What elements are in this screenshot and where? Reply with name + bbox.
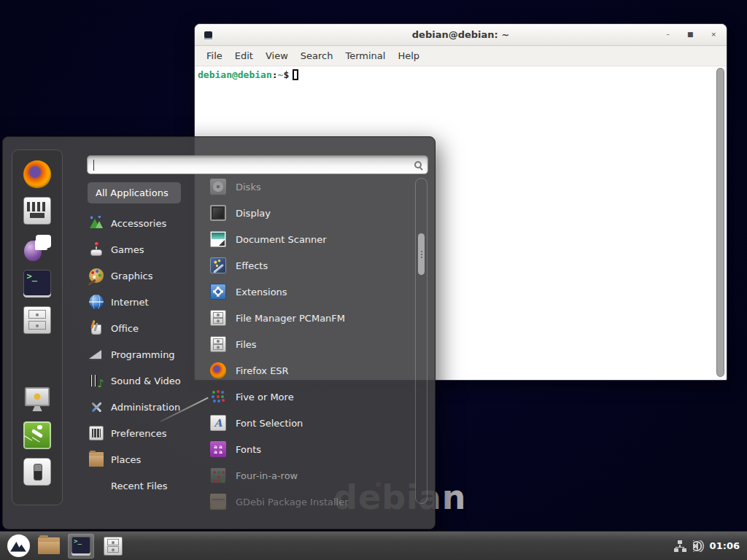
favorite-button-terminal[interactable] [21, 268, 53, 299]
favorite-button-pidgin[interactable] [21, 232, 53, 262]
app-fonts[interactable]: Fonts [207, 436, 413, 462]
fiveormore-icon [210, 389, 226, 405]
filecab-icon [23, 306, 51, 334]
terminal-menu-item-help[interactable]: Help [392, 49, 425, 63]
category-graphics[interactable]: Graphics [86, 262, 197, 289]
favorites-group [21, 159, 53, 341]
prompt-colon: : [272, 69, 278, 80]
category-administration[interactable]: Administration [86, 394, 197, 420]
taskbar-launcher-files[interactable] [100, 534, 126, 559]
terminal-menu-item-edit[interactable]: Edit [229, 49, 259, 63]
filecab-icon [210, 310, 226, 326]
app-file-manager-pcmanfm[interactable]: File Manager PCManFM [207, 305, 413, 331]
taskbar-launcher-terminal[interactable] [68, 534, 94, 559]
display-icon [210, 205, 226, 221]
window-control-close[interactable]: × [711, 31, 716, 38]
taskbar-launchers [36, 534, 126, 559]
favorite-button-shut-down[interactable] [21, 456, 53, 487]
app-files[interactable]: Files [207, 331, 413, 357]
category-games[interactable]: Games [86, 236, 197, 262]
category-column: All Applications Accessories Games Graph… [86, 181, 197, 499]
terminal-menu-item-view[interactable]: View [260, 49, 294, 63]
window-control-maximize[interactable]: ■ [687, 31, 694, 38]
favorite-button-firefox[interactable] [21, 159, 53, 190]
app-display[interactable]: Display [207, 200, 413, 226]
app-disks[interactable]: Disks [207, 174, 413, 200]
distro-logo-icon [7, 534, 30, 557]
logout-icon [23, 421, 51, 449]
terminal-window-icon [204, 31, 212, 39]
search-input[interactable] [96, 156, 414, 174]
office-icon [89, 321, 104, 335]
terminal-scrollbar-thumb[interactable] [716, 68, 724, 377]
taskbar-clock[interactable]: 01:06 [710, 540, 741, 551]
app-effects[interactable]: Effects [207, 252, 413, 279]
places-icon [89, 452, 104, 467]
firefox-icon [23, 160, 51, 188]
favorite-button-lock-screen[interactable] [21, 384, 53, 414]
fontsel-icon [210, 415, 226, 431]
all-applications-label: All Applications [96, 187, 169, 198]
terminal-menu-item-terminal[interactable]: Terminal [339, 49, 391, 63]
app-firefox-esr[interactable]: Firefox ESR [207, 357, 413, 384]
app-document-scanner[interactable]: Document Scanner [207, 226, 413, 252]
extensions-icon [210, 284, 226, 300]
app-gdebi-package-installer[interactable]: GDebi Package Installer [207, 489, 413, 515]
fonts-icon [210, 441, 226, 457]
session-group [21, 384, 53, 493]
effects-icon [210, 257, 226, 273]
taskbar-launcher-file-manager[interactable] [36, 534, 62, 559]
prompt-user-host: debian@debian [198, 69, 272, 80]
menu-scrollbar-thumb[interactable] [418, 233, 425, 275]
games-icon [89, 242, 104, 257]
filecab-icon [104, 537, 123, 556]
firefox-icon [210, 362, 226, 378]
app-font-selection[interactable]: Font Selection [207, 410, 413, 436]
window-control-minimize[interactable]: – [666, 31, 670, 38]
taskbar: 01:06 [0, 531, 747, 560]
terminal-cursor [293, 69, 298, 80]
administration-icon [89, 400, 104, 414]
search-icon [414, 161, 422, 168]
network-icon [674, 540, 686, 552]
favorite-button-file-manager[interactable] [21, 305, 53, 335]
category-places[interactable]: Places [86, 446, 197, 472]
disks-icon [210, 179, 226, 195]
menu-scrollbar[interactable] [415, 178, 427, 504]
favorite-button-log-out[interactable] [21, 420, 53, 451]
gdebi-icon [210, 494, 226, 510]
window-controls: –■× [666, 24, 716, 45]
category-sound-video[interactable]: Sound & Video [86, 368, 197, 394]
category-all-applications[interactable]: All Applications [88, 182, 181, 203]
accessories-icon [89, 216, 104, 230]
category-accessories[interactable]: Accessories [86, 210, 197, 236]
terminal-menu-item-search[interactable]: Search [295, 49, 339, 63]
system-tray [674, 540, 705, 552]
terminal-titlebar[interactable]: debian@debian: ~ –■× [195, 24, 727, 46]
app-extensions[interactable]: Extensions [207, 279, 413, 305]
lockscreen-icon [23, 385, 51, 413]
tray-network[interactable] [674, 540, 686, 552]
app-five-or-more[interactable]: Five or More [207, 384, 413, 410]
search-box[interactable] [87, 155, 428, 174]
internet-icon [89, 295, 104, 309]
shutdown-icon [23, 458, 51, 486]
filecab-icon [210, 336, 226, 352]
favorite-button-keyboard[interactable] [21, 195, 53, 226]
tray-volume[interactable] [693, 540, 705, 552]
pidgin-icon [23, 233, 51, 261]
app-four-in-a-row[interactable]: Four-in-a-row [207, 462, 413, 489]
taskbar-menu-button[interactable] [6, 534, 31, 559]
category-preferences[interactable]: Preferences [86, 420, 197, 446]
category-recent-files[interactable]: Recent Files [86, 472, 197, 499]
fourrow-icon [210, 467, 226, 483]
category-internet[interactable]: Internet [86, 289, 197, 315]
category-programming[interactable]: Programming [86, 341, 197, 368]
programming-icon [89, 347, 104, 362]
terminal-scrollbar[interactable] [716, 68, 725, 377]
terminal-menu-item-file[interactable]: File [201, 49, 228, 63]
category-office[interactable]: Office [86, 315, 197, 341]
category-list: Accessories Games Graphics Internet Offi… [86, 210, 197, 499]
volume-icon [693, 540, 705, 552]
prompt-symbol: $ [283, 69, 289, 80]
